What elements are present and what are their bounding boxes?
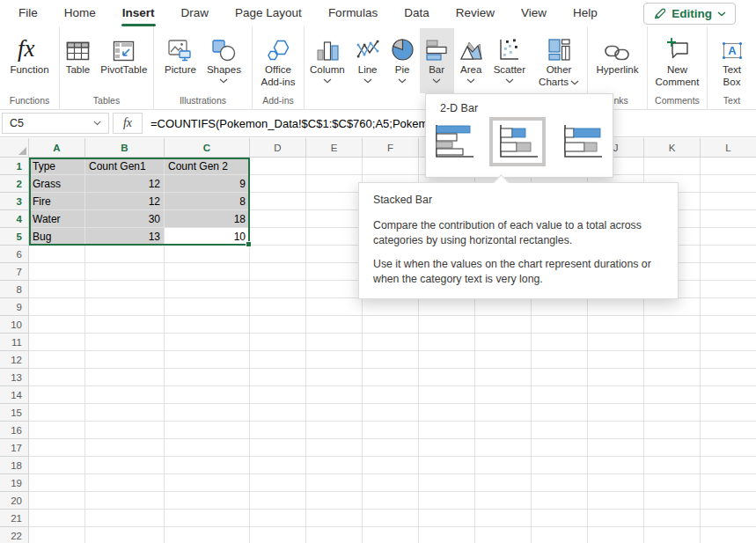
- cell-E1[interactable]: [306, 158, 363, 175]
- cell-G11[interactable]: [419, 334, 475, 351]
- cell-G14[interactable]: [419, 386, 475, 404]
- ribbon-button-bar[interactable]: Bar: [420, 28, 454, 93]
- cell-H22[interactable]: [475, 527, 532, 543]
- menu-tab-file[interactable]: File: [18, 0, 38, 26]
- cell-G15[interactable]: [419, 404, 475, 422]
- cell-K20[interactable]: [644, 492, 701, 510]
- cell-D14[interactable]: [250, 386, 306, 404]
- ribbon-button-picture[interactable]: Picture: [159, 28, 202, 93]
- cell-G13[interactable]: [419, 369, 475, 386]
- cell-J21[interactable]: [588, 510, 644, 527]
- cell-J12[interactable]: [588, 351, 644, 369]
- cell-E10[interactable]: [306, 316, 363, 334]
- cell-J20[interactable]: [588, 492, 644, 510]
- cell-D6[interactable]: [250, 246, 306, 263]
- ribbon-button-area[interactable]: Area: [454, 28, 488, 93]
- cell-L7[interactable]: [701, 263, 756, 281]
- cell-D9[interactable]: [250, 298, 306, 316]
- cell-H15[interactable]: [475, 404, 532, 422]
- cell-E4[interactable]: [306, 210, 363, 228]
- cell-D22[interactable]: [250, 527, 306, 543]
- cell-A1[interactable]: Type: [29, 158, 85, 175]
- cell-K12[interactable]: [644, 351, 701, 369]
- cell-K18[interactable]: [644, 457, 701, 474]
- row-header-12[interactable]: 12: [0, 351, 29, 369]
- cell-L22[interactable]: [701, 527, 756, 543]
- cell-C17[interactable]: [165, 439, 250, 457]
- cell-C6[interactable]: [165, 246, 250, 263]
- menu-tab-page-layout[interactable]: Page Layout: [235, 0, 302, 26]
- cell-L15[interactable]: [701, 404, 756, 422]
- cell-E7[interactable]: [306, 263, 363, 281]
- cell-A9[interactable]: [29, 298, 85, 316]
- row-header-1[interactable]: 1: [0, 158, 29, 175]
- cell-C8[interactable]: [165, 281, 250, 298]
- cell-J22[interactable]: [588, 527, 644, 543]
- cell-D19[interactable]: [250, 474, 306, 492]
- cell-D16[interactable]: [250, 422, 306, 439]
- cell-D8[interactable]: [250, 281, 306, 298]
- cell-F13[interactable]: [363, 369, 419, 386]
- cell-E14[interactable]: [306, 386, 363, 404]
- select-all-button[interactable]: [0, 138, 29, 158]
- cell-L14[interactable]: [701, 386, 756, 404]
- cell-A6[interactable]: [29, 246, 85, 263]
- clustered-bar-option[interactable]: [431, 123, 475, 160]
- cell-G17[interactable]: [419, 439, 475, 457]
- cell-H21[interactable]: [475, 510, 532, 527]
- cell-H18[interactable]: [475, 457, 532, 474]
- cell-E5[interactable]: [306, 228, 363, 246]
- cell-A3[interactable]: Fire: [29, 193, 85, 210]
- cell-A22[interactable]: [29, 527, 85, 543]
- chevron-down-icon[interactable]: [398, 78, 407, 84]
- cell-B16[interactable]: [85, 422, 165, 439]
- cell-H11[interactable]: [475, 334, 532, 351]
- cell-F20[interactable]: [363, 492, 419, 510]
- cell-F1[interactable]: [363, 158, 419, 175]
- col-header-E[interactable]: E: [306, 138, 363, 158]
- row-header-22[interactable]: 22: [0, 527, 29, 543]
- ribbon-button-column[interactable]: Column: [305, 28, 350, 93]
- cell-L17[interactable]: [701, 439, 756, 457]
- cell-I19[interactable]: [532, 474, 588, 492]
- cell-A12[interactable]: [29, 351, 85, 369]
- stacked-100-bar-option[interactable]: [560, 123, 604, 160]
- cell-B14[interactable]: [85, 386, 165, 404]
- row-header-6[interactable]: 6: [0, 246, 29, 263]
- cell-I16[interactable]: [532, 422, 588, 439]
- cell-L12[interactable]: [701, 351, 756, 369]
- cell-L10[interactable]: [701, 316, 756, 334]
- cell-C14[interactable]: [165, 386, 250, 404]
- cell-L13[interactable]: [701, 369, 756, 386]
- ribbon-button-office-add-ins[interactable]: Office Add-ins: [253, 28, 304, 93]
- cell-B1[interactable]: Count Gen1: [85, 158, 165, 175]
- cell-G10[interactable]: [419, 316, 475, 334]
- cell-K17[interactable]: [644, 439, 701, 457]
- cell-K22[interactable]: [644, 527, 701, 543]
- cell-C16[interactable]: [165, 422, 250, 439]
- cell-B18[interactable]: [85, 457, 165, 474]
- cell-G16[interactable]: [419, 422, 475, 439]
- cell-C18[interactable]: [165, 457, 250, 474]
- cell-F10[interactable]: [363, 316, 419, 334]
- cell-E21[interactable]: [306, 510, 363, 527]
- menu-tab-review[interactable]: Review: [456, 0, 495, 26]
- cell-C10[interactable]: [165, 316, 250, 334]
- name-box[interactable]: C5: [2, 113, 109, 134]
- cell-B12[interactable]: [85, 351, 165, 369]
- cell-D11[interactable]: [250, 334, 306, 351]
- cell-A18[interactable]: [29, 457, 85, 474]
- cell-J19[interactable]: [588, 474, 644, 492]
- cell-I9[interactable]: [532, 298, 588, 316]
- cell-C19[interactable]: [165, 474, 250, 492]
- cell-G18[interactable]: [419, 457, 475, 474]
- menu-tab-view[interactable]: View: [521, 0, 547, 26]
- row-header-5[interactable]: 5: [0, 228, 29, 246]
- cell-I11[interactable]: [532, 334, 588, 351]
- cell-L5[interactable]: [701, 228, 756, 246]
- cell-B22[interactable]: [85, 527, 165, 543]
- cell-E22[interactable]: [306, 527, 363, 543]
- cell-F11[interactable]: [363, 334, 419, 351]
- chevron-down-icon[interactable]: [219, 78, 228, 84]
- cell-H9[interactable]: [475, 298, 532, 316]
